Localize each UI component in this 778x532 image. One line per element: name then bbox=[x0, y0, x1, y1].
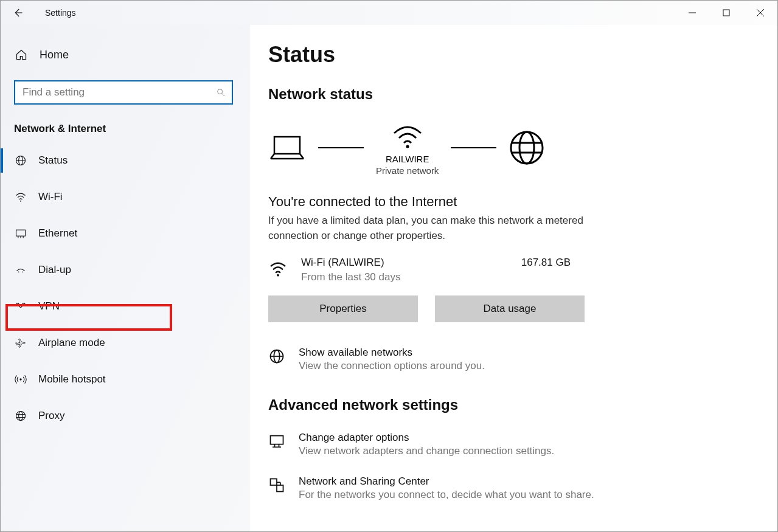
svg-point-26 bbox=[519, 132, 534, 164]
adapter-icon bbox=[268, 433, 293, 450]
svg-point-4 bbox=[218, 89, 223, 94]
show-networks-link[interactable]: Show available networks View the connect… bbox=[268, 347, 777, 372]
sharing-icon bbox=[268, 477, 293, 494]
connection-description: If you have a limited data plan, you can… bbox=[268, 213, 591, 243]
back-button[interactable] bbox=[12, 7, 24, 19]
svg-point-16 bbox=[16, 303, 19, 306]
minimize-button[interactable] bbox=[675, 1, 709, 25]
search-input[interactable] bbox=[14, 80, 233, 105]
maximize-button[interactable] bbox=[709, 1, 743, 25]
svg-point-25 bbox=[511, 132, 543, 164]
sidebar-item-label: Status bbox=[38, 154, 68, 167]
svg-line-5 bbox=[222, 94, 224, 96]
close-button[interactable] bbox=[743, 1, 777, 25]
proxy-icon bbox=[14, 410, 27, 422]
globe-diagram-icon bbox=[509, 130, 545, 166]
connection-period: From the last 30 days bbox=[301, 271, 400, 283]
link-title: Network and Sharing Center bbox=[299, 475, 594, 488]
svg-point-14 bbox=[18, 272, 19, 273]
category-label: Network & Internet bbox=[14, 123, 250, 135]
vpn-icon bbox=[14, 300, 27, 313]
sidebar-item-label: Dial-up bbox=[38, 264, 71, 276]
dialup-icon bbox=[14, 264, 27, 276]
home-label: Home bbox=[40, 49, 69, 61]
page-title: Status bbox=[268, 42, 777, 67]
home-icon bbox=[15, 49, 29, 61]
sidebar-item-label: Airplane mode bbox=[38, 337, 105, 349]
svg-rect-23 bbox=[274, 137, 300, 154]
sidebar-item-vpn[interactable]: VPN bbox=[1, 288, 250, 325]
link-title: Change adapter options bbox=[299, 432, 554, 444]
hotspot-icon bbox=[14, 373, 27, 385]
sidebar-item-label: Ethernet bbox=[38, 227, 77, 240]
sidebar-item-label: Wi-Fi bbox=[38, 191, 63, 203]
search-field[interactable] bbox=[15, 86, 210, 98]
wifi-icon bbox=[268, 259, 294, 278]
connection-usage: 167.81 GB bbox=[521, 257, 571, 269]
globe-icon bbox=[268, 348, 293, 365]
network-type: Private network bbox=[376, 165, 439, 176]
sidebar-item-dialup[interactable]: Dial-up bbox=[1, 252, 250, 288]
sidebar-item-label: VPN bbox=[38, 300, 60, 313]
ethernet-icon bbox=[14, 227, 27, 240]
svg-rect-33 bbox=[271, 436, 283, 444]
section-network-status: Network status bbox=[268, 86, 777, 103]
svg-point-29 bbox=[277, 274, 279, 277]
sharing-center-link[interactable]: Network and Sharing Center For the netwo… bbox=[268, 475, 777, 501]
sidebar-item-proxy[interactable]: Proxy bbox=[1, 398, 250, 434]
sidebar-item-label: Mobile hotspot bbox=[38, 373, 106, 385]
svg-point-19 bbox=[16, 412, 26, 421]
connection-headline: You're connected to the Internet bbox=[268, 194, 777, 210]
properties-button[interactable]: Properties bbox=[268, 295, 418, 322]
network-diagram: RAILWIRE Private network bbox=[268, 120, 777, 176]
sidebar-item-airplane[interactable]: Airplane mode bbox=[1, 325, 250, 361]
link-subtitle: View the connection options around you. bbox=[299, 360, 485, 372]
globe-icon bbox=[14, 154, 27, 167]
svg-point-24 bbox=[406, 145, 409, 148]
svg-rect-1 bbox=[723, 10, 729, 16]
sidebar-item-status[interactable]: Status bbox=[1, 142, 250, 179]
search-icon bbox=[210, 88, 232, 97]
sidebar-item-wifi[interactable]: Wi-Fi bbox=[1, 179, 250, 215]
section-advanced: Advanced network settings bbox=[268, 396, 777, 413]
app-title: Settings bbox=[45, 8, 76, 18]
airplane-icon bbox=[14, 337, 27, 349]
wifi-icon bbox=[14, 191, 27, 203]
sidebar-item-ethernet[interactable]: Ethernet bbox=[1, 215, 250, 252]
link-subtitle: View network adapters and change connect… bbox=[299, 445, 554, 457]
svg-point-15 bbox=[23, 272, 24, 273]
link-subtitle: For the networks you connect to, decide … bbox=[299, 489, 594, 501]
home-link[interactable]: Home bbox=[1, 40, 250, 69]
wifi-diagram-icon bbox=[391, 120, 425, 149]
svg-rect-10 bbox=[16, 230, 26, 236]
sidebar-item-label: Proxy bbox=[38, 410, 64, 422]
svg-point-20 bbox=[19, 412, 23, 421]
svg-rect-37 bbox=[271, 479, 277, 486]
sidebar-item-hotspot[interactable]: Mobile hotspot bbox=[1, 361, 250, 398]
svg-rect-38 bbox=[277, 485, 283, 492]
svg-point-17 bbox=[23, 303, 25, 306]
adapter-options-link[interactable]: Change adapter options View network adap… bbox=[268, 432, 777, 457]
data-usage-button[interactable]: Data usage bbox=[435, 295, 585, 322]
laptop-icon bbox=[268, 133, 306, 162]
connection-name: Wi-Fi (RAILWIRE) bbox=[301, 257, 400, 269]
link-title: Show available networks bbox=[299, 347, 485, 359]
svg-point-18 bbox=[19, 378, 21, 380]
network-name: RAILWIRE bbox=[386, 154, 429, 164]
svg-point-9 bbox=[20, 201, 21, 202]
